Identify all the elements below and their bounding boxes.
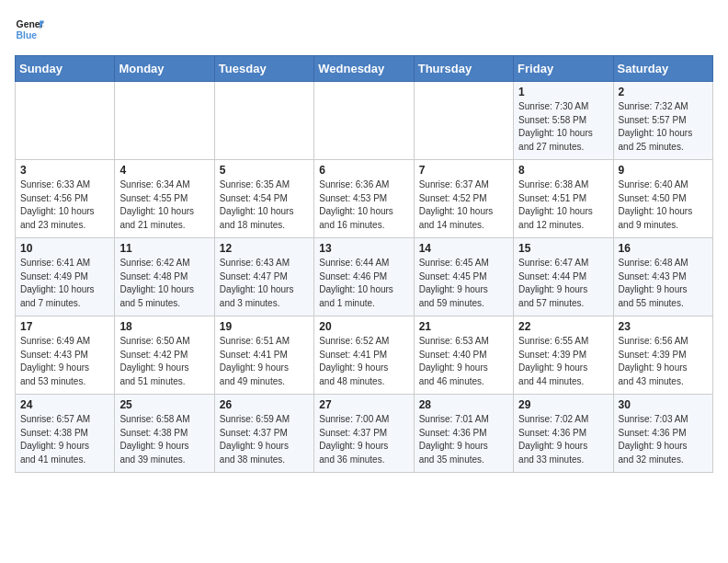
day-info: Sunrise: 6:42 AM Sunset: 4:48 PM Dayligh… (119, 257, 209, 310)
day-cell: 16Sunrise: 6:48 AM Sunset: 4:43 PM Dayli… (613, 238, 712, 316)
day-cell: 13Sunrise: 6:44 AM Sunset: 4:46 PM Dayli… (314, 238, 414, 316)
day-info: Sunrise: 6:45 AM Sunset: 4:45 PM Dayligh… (419, 257, 508, 310)
day-cell: 22Sunrise: 6:55 AM Sunset: 4:39 PM Dayli… (514, 316, 613, 395)
day-number: 11 (119, 242, 209, 255)
day-info: Sunrise: 7:02 AM Sunset: 4:36 PM Dayligh… (518, 413, 608, 466)
day-info: Sunrise: 6:33 AM Sunset: 4:56 PM Dayligh… (20, 178, 109, 232)
header-row: SundayMondayTuesdayWednesdayThursdayFrid… (16, 56, 713, 82)
day-cell: 8Sunrise: 6:38 AM Sunset: 4:51 PM Daylig… (514, 160, 613, 238)
day-cell: 14Sunrise: 6:45 AM Sunset: 4:45 PM Dayli… (414, 238, 513, 316)
day-info: Sunrise: 6:58 AM Sunset: 4:38 PM Dayligh… (119, 413, 209, 466)
day-cell: 20Sunrise: 6:52 AM Sunset: 4:41 PM Dayli… (314, 316, 414, 395)
day-number: 17 (20, 320, 109, 333)
day-info: Sunrise: 6:40 AM Sunset: 4:50 PM Dayligh… (619, 178, 708, 232)
day-info: Sunrise: 7:32 AM Sunset: 5:57 PM Dayligh… (619, 100, 708, 154)
day-cell (414, 82, 513, 160)
day-header-thursday: Thursday (414, 56, 513, 82)
day-cell: 21Sunrise: 6:53 AM Sunset: 4:40 PM Dayli… (414, 316, 513, 395)
day-cell: 1Sunrise: 7:30 AM Sunset: 5:58 PM Daylig… (514, 82, 613, 160)
day-number: 4 (119, 164, 209, 177)
day-header-sunday: Sunday (16, 56, 115, 82)
day-cell: 26Sunrise: 6:59 AM Sunset: 4:37 PM Dayli… (214, 395, 313, 473)
page-header: General Blue (15, 15, 713, 44)
day-number: 13 (319, 242, 408, 255)
day-info: Sunrise: 6:50 AM Sunset: 4:42 PM Dayligh… (119, 335, 209, 388)
day-cell: 23Sunrise: 6:56 AM Sunset: 4:39 PM Dayli… (613, 316, 712, 395)
calendar-table: SundayMondayTuesdayWednesdayThursdayFrid… (15, 55, 713, 473)
day-cell: 12Sunrise: 6:43 AM Sunset: 4:47 PM Dayli… (214, 238, 313, 316)
day-number: 29 (518, 398, 608, 411)
week-row-5: 24Sunrise: 6:57 AM Sunset: 4:38 PM Dayli… (16, 395, 713, 473)
day-info: Sunrise: 7:03 AM Sunset: 4:36 PM Dayligh… (619, 413, 708, 466)
day-number: 22 (518, 320, 608, 333)
day-number: 15 (518, 242, 608, 255)
week-row-2: 3Sunrise: 6:33 AM Sunset: 4:56 PM Daylig… (16, 160, 713, 238)
day-number: 18 (119, 320, 209, 333)
day-info: Sunrise: 6:52 AM Sunset: 4:41 PM Dayligh… (319, 335, 408, 388)
day-cell: 29Sunrise: 7:02 AM Sunset: 4:36 PM Dayli… (514, 395, 613, 473)
day-cell: 19Sunrise: 6:51 AM Sunset: 4:41 PM Dayli… (214, 316, 313, 395)
day-number: 3 (20, 164, 109, 177)
day-number: 24 (20, 398, 109, 411)
day-number: 2 (619, 86, 708, 98)
day-info: Sunrise: 6:38 AM Sunset: 4:51 PM Dayligh… (518, 178, 608, 232)
day-info: Sunrise: 6:59 AM Sunset: 4:37 PM Dayligh… (220, 413, 309, 466)
day-number: 20 (319, 320, 408, 333)
day-cell: 25Sunrise: 6:58 AM Sunset: 4:38 PM Dayli… (115, 395, 214, 473)
day-number: 5 (220, 164, 309, 177)
week-row-4: 17Sunrise: 6:49 AM Sunset: 4:43 PM Dayli… (16, 316, 713, 395)
day-cell: 5Sunrise: 6:35 AM Sunset: 4:54 PM Daylig… (214, 160, 313, 238)
svg-text:Blue: Blue (17, 30, 38, 40)
day-header-wednesday: Wednesday (314, 56, 414, 82)
day-info: Sunrise: 6:47 AM Sunset: 4:44 PM Dayligh… (518, 257, 608, 310)
day-info: Sunrise: 6:56 AM Sunset: 4:39 PM Dayligh… (619, 335, 708, 388)
day-cell: 28Sunrise: 7:01 AM Sunset: 4:36 PM Dayli… (414, 395, 513, 473)
day-cell: 30Sunrise: 7:03 AM Sunset: 4:36 PM Dayli… (613, 395, 712, 473)
day-cell: 11Sunrise: 6:42 AM Sunset: 4:48 PM Dayli… (115, 238, 214, 316)
day-header-monday: Monday (115, 56, 214, 82)
week-row-1: 1Sunrise: 7:30 AM Sunset: 5:58 PM Daylig… (16, 82, 713, 160)
day-cell: 9Sunrise: 6:40 AM Sunset: 4:50 PM Daylig… (613, 160, 712, 238)
logo-icon: General Blue (15, 15, 44, 44)
day-info: Sunrise: 6:44 AM Sunset: 4:46 PM Dayligh… (319, 257, 408, 310)
day-cell: 4Sunrise: 6:34 AM Sunset: 4:55 PM Daylig… (115, 160, 214, 238)
day-number: 10 (20, 242, 109, 255)
day-number: 7 (419, 164, 508, 177)
day-number: 28 (419, 398, 508, 411)
day-number: 9 (619, 164, 708, 177)
day-number: 6 (319, 164, 408, 177)
logo: General Blue (15, 15, 44, 44)
day-cell: 2Sunrise: 7:32 AM Sunset: 5:57 PM Daylig… (613, 82, 712, 160)
day-info: Sunrise: 7:30 AM Sunset: 5:58 PM Dayligh… (518, 100, 608, 154)
day-cell (214, 82, 313, 160)
day-cell: 7Sunrise: 6:37 AM Sunset: 4:52 PM Daylig… (414, 160, 513, 238)
day-cell: 15Sunrise: 6:47 AM Sunset: 4:44 PM Dayli… (514, 238, 613, 316)
day-info: Sunrise: 6:57 AM Sunset: 4:38 PM Dayligh… (20, 413, 109, 466)
day-header-friday: Friday (514, 56, 613, 82)
day-info: Sunrise: 6:55 AM Sunset: 4:39 PM Dayligh… (518, 335, 608, 388)
day-cell: 27Sunrise: 7:00 AM Sunset: 4:37 PM Dayli… (314, 395, 414, 473)
day-info: Sunrise: 6:35 AM Sunset: 4:54 PM Dayligh… (220, 178, 309, 232)
day-number: 30 (619, 398, 708, 411)
day-cell (16, 82, 115, 160)
day-number: 27 (319, 398, 408, 411)
day-number: 21 (419, 320, 508, 333)
day-cell (115, 82, 214, 160)
day-number: 8 (518, 164, 608, 177)
day-number: 19 (220, 320, 309, 333)
day-number: 25 (119, 398, 209, 411)
day-header-saturday: Saturday (613, 56, 712, 82)
day-cell: 24Sunrise: 6:57 AM Sunset: 4:38 PM Dayli… (16, 395, 115, 473)
day-info: Sunrise: 7:01 AM Sunset: 4:36 PM Dayligh… (419, 413, 508, 466)
day-info: Sunrise: 6:36 AM Sunset: 4:53 PM Dayligh… (319, 178, 408, 232)
day-cell: 17Sunrise: 6:49 AM Sunset: 4:43 PM Dayli… (16, 316, 115, 395)
day-cell (314, 82, 414, 160)
day-info: Sunrise: 6:51 AM Sunset: 4:41 PM Dayligh… (220, 335, 309, 388)
day-number: 16 (619, 242, 708, 255)
day-cell: 18Sunrise: 6:50 AM Sunset: 4:42 PM Dayli… (115, 316, 214, 395)
day-info: Sunrise: 6:34 AM Sunset: 4:55 PM Dayligh… (119, 178, 209, 232)
day-info: Sunrise: 7:00 AM Sunset: 4:37 PM Dayligh… (319, 413, 408, 466)
day-number: 1 (518, 86, 608, 98)
day-info: Sunrise: 6:48 AM Sunset: 4:43 PM Dayligh… (619, 257, 708, 310)
day-info: Sunrise: 6:37 AM Sunset: 4:52 PM Dayligh… (419, 178, 508, 232)
